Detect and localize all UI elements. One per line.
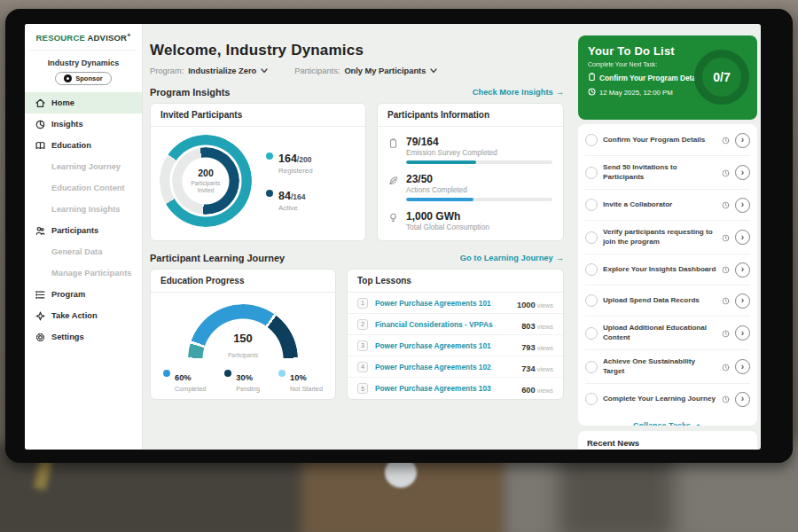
lesson-link[interactable]: Financial Considerations - VPPAs xyxy=(375,320,514,329)
lesson-rank-badge: 1 xyxy=(357,298,368,309)
program-dropdown-value: Industrialize Zero xyxy=(188,66,256,75)
invited-participants-donut-chart: 200 Participants Invited xyxy=(160,135,252,227)
participants-dropdown-label: Participants: xyxy=(294,66,340,75)
todo-panel: Your To Do List Complete Your Next Task:… xyxy=(575,24,761,450)
task-open-button[interactable]: › xyxy=(735,165,750,180)
legend-item-not-started: 10% Not Started xyxy=(278,368,323,393)
sidebar-item-home[interactable]: Home xyxy=(25,92,142,113)
legend-item-pending: 30% Pending xyxy=(224,368,260,393)
participants-icon xyxy=(35,226,45,236)
sidebar-item-settings[interactable]: Settings xyxy=(25,326,142,348)
sidebar-item-label: Manage Participants xyxy=(51,269,131,278)
donut-center-label: Participants Invited xyxy=(184,180,227,194)
task-checkbox[interactable] xyxy=(585,167,598,179)
legend-dot xyxy=(163,370,170,377)
sidebar-item-manage-participants[interactable]: Manage Participants xyxy=(25,262,142,284)
todo-tasks-card: Confirm Your Program Details › Send 50 I… xyxy=(578,124,757,426)
chevron-up-icon xyxy=(694,424,702,426)
go-to-learning-journey-link[interactable]: Go to Learning Journey→ xyxy=(460,254,564,262)
take-action-icon xyxy=(35,311,45,321)
gauge-center-label: Participants xyxy=(228,352,258,358)
emission-survey-row: 79/164 Emission Survey Completed xyxy=(388,132,552,169)
filter-bar: Program: Industrialize Zero Participants… xyxy=(150,66,564,75)
sidebar-item-education[interactable]: Education xyxy=(25,135,142,156)
program-icon xyxy=(35,290,45,300)
lesson-rank-badge: 4 xyxy=(357,362,368,372)
invited-participants-card-title: Invited Participants xyxy=(151,104,365,127)
task-checkbox[interactable] xyxy=(585,361,598,373)
task-checkbox[interactable] xyxy=(585,134,598,146)
program-dropdown[interactable]: Program: Industrialize Zero xyxy=(150,66,268,75)
sidebar-item-label: Education Content xyxy=(51,184,125,192)
sidebar-item-learning-journey[interactable]: Learning Journey xyxy=(25,156,142,177)
task-open-button[interactable]: › xyxy=(735,293,750,309)
top-lessons-card: Top Lessons 1 Power Purchase Agreements … xyxy=(347,269,564,400)
sidebar-item-take-action[interactable]: Take Action xyxy=(25,305,142,326)
task-checkbox[interactable] xyxy=(585,327,598,340)
legend-dot xyxy=(266,190,273,197)
task-open-button[interactable]: › xyxy=(735,262,750,278)
sidebar-item-general-data[interactable]: General Data xyxy=(25,241,142,262)
check-more-insights-link[interactable]: Check More Insights→ xyxy=(473,88,564,97)
clock-icon xyxy=(588,88,596,98)
task-open-button[interactable]: › xyxy=(735,230,750,245)
task-checkbox[interactable] xyxy=(585,393,598,405)
sidebar-item-label: Take Action xyxy=(51,311,98,320)
participants-dropdown[interactable]: Participants: Only My Participants xyxy=(294,66,437,75)
photo-background: RESOURCE ADVISOR+ Industry Dynamics Spon… xyxy=(0,0,798,532)
participants-information-card-title: Participants Information xyxy=(378,104,563,127)
lesson-link[interactable]: Power Purchase Agreements 101 xyxy=(375,299,510,308)
legend-dot xyxy=(278,370,286,377)
lesson-link[interactable]: Power Purchase Agreements 103 xyxy=(375,384,514,393)
task-clock-icon xyxy=(722,197,730,213)
task-open-button[interactable]: › xyxy=(735,392,750,407)
task-checkbox[interactable] xyxy=(585,199,598,211)
sidebar-item-learning-insights[interactable]: Learning Insights xyxy=(25,199,142,220)
task-row: Send 50 Invitations to Participants › xyxy=(585,156,750,190)
collapse-tasks-link[interactable]: Collapse Tasks xyxy=(585,414,750,426)
task-checkbox[interactable] xyxy=(585,294,598,307)
todo-progress-ring: 0/7 xyxy=(694,50,749,105)
gauge-center-value: 150 xyxy=(188,332,298,345)
sidebar-item-label: Learning Journey xyxy=(51,162,121,171)
lesson-link[interactable]: Power Purchase Agreements 101 xyxy=(375,341,514,350)
lesson-link[interactable]: Power Purchase Agreements 102 xyxy=(375,363,514,372)
lesson-row: 5 Power Purchase Agreements 103 600 view… xyxy=(348,378,563,399)
task-row: Achieve One Sustainability Target › xyxy=(585,350,750,384)
sponsor-badge[interactable]: Sponsor xyxy=(55,72,111,85)
task-row: Explore Your Insights Dashboard › xyxy=(585,254,750,286)
sidebar-item-education-content[interactable]: Education Content xyxy=(25,177,142,199)
legend-item-completed: 60% Completed xyxy=(163,368,206,393)
legend-dot xyxy=(224,370,231,377)
todo-due-date: 12 May 2025, 12:00 PM xyxy=(599,89,673,97)
sidebar-item-insights[interactable]: Insights xyxy=(25,113,142,135)
learning-journey-title: Participant Learning Journey xyxy=(150,253,285,263)
task-row: Confirm Your Program Details › xyxy=(585,125,750,156)
sidebar-item-participants[interactable]: Participants xyxy=(25,220,142,241)
participants-information-card: Participants Information 79/164 Emission… xyxy=(377,103,564,241)
org-name: Industry Dynamics xyxy=(25,59,142,67)
consumption-row: 1,000 GWh Total Global Consumption xyxy=(388,207,552,237)
arrow-right-icon: → xyxy=(556,88,564,97)
task-open-button[interactable]: › xyxy=(735,325,750,340)
task-checkbox[interactable] xyxy=(585,231,598,244)
task-open-button[interactable]: › xyxy=(735,133,750,148)
sidebar-item-label: Home xyxy=(51,98,74,107)
lesson-rank-badge: 5 xyxy=(357,383,368,394)
task-open-button[interactable]: › xyxy=(735,198,750,213)
task-checkbox[interactable] xyxy=(585,263,598,276)
recent-news-card: Recent News xyxy=(578,431,757,450)
task-open-button[interactable]: › xyxy=(735,359,750,374)
lesson-rank-badge: 3 xyxy=(357,340,368,351)
legend-item-active: 84/164 Active xyxy=(266,187,313,212)
task-row: Invite a Collaborator › xyxy=(585,190,750,221)
sidebar-item-label: Insights xyxy=(51,120,83,129)
task-row: Upload Spend Data Records › xyxy=(585,286,750,317)
legend-item-registered: 164/200 Registered xyxy=(266,150,313,175)
sidebar-item-program[interactable]: Program xyxy=(25,284,142,305)
recent-news-title: Recent News xyxy=(587,438,748,448)
education-progress-gauge-chart: 150 Participants xyxy=(188,304,298,359)
dashboard-screen: RESOURCE ADVISOR+ Industry Dynamics Spon… xyxy=(25,24,761,450)
app-logo[interactable]: RESOURCE ADVISOR+ xyxy=(30,32,137,51)
participants-dropdown-value: Only My Participants xyxy=(344,66,426,75)
